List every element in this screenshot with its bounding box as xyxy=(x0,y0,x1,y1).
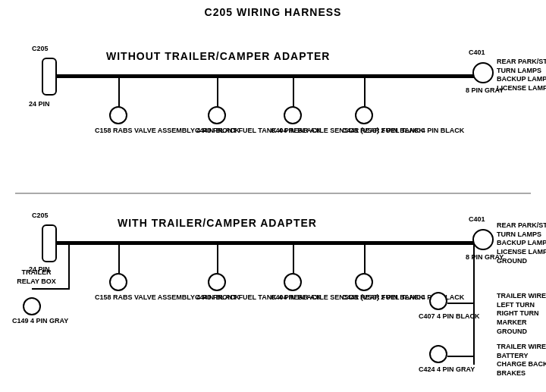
s2-c404-connector xyxy=(284,273,302,291)
s1-c401-connector xyxy=(472,62,494,83)
s1-c440-connector xyxy=(208,106,226,124)
page-title: C205 WIRING HARNESS xyxy=(0,0,546,18)
s2-c158-connector xyxy=(109,273,127,291)
s1-c441-label: C441 REAR FUEL TANK 4 PIN BLACK xyxy=(342,127,464,136)
s2-c149-connector xyxy=(23,297,41,315)
s2-c440-connector xyxy=(208,273,226,291)
s2-c205-label: C205 xyxy=(32,212,49,221)
s2-trailer-vline xyxy=(68,243,70,289)
s1-c158-vline xyxy=(118,77,120,107)
s2-trailer-label: TRAILER RELAY BOX xyxy=(14,268,59,286)
section1-label: WITHOUT TRAILER/CAMPER ADAPTER xyxy=(106,50,330,62)
s2-c424-desc: TRAILER WIRES BATTERY CHARGE BACKUP BRAK… xyxy=(497,343,546,378)
s2-c401-label: C401 xyxy=(469,215,485,224)
s1-c158-connector xyxy=(109,106,127,124)
s2-c149-label: C149 4 PIN GRAY xyxy=(12,317,68,326)
s2-c440-vline xyxy=(217,243,218,274)
s2-c441-vline xyxy=(364,243,366,274)
s2-c404-vline xyxy=(293,243,294,274)
s1-c205-connector xyxy=(42,58,57,96)
s2-c424-label: C424 4 PIN GRAY xyxy=(419,365,475,375)
s1-c404-connector xyxy=(284,106,302,124)
s1-c401-pin: 8 PIN GRAY xyxy=(466,86,504,96)
s1-c404-vline xyxy=(293,77,294,107)
s2-c401-desc: REAR PARK/STOP TURN LAMPS BACKUP LAMPS L… xyxy=(497,221,546,265)
s2-c407-desc: TRAILER WIRES LEFT TURN RIGHT TURN MARKE… xyxy=(497,292,546,336)
s1-c440-vline xyxy=(217,77,218,107)
s2-c424-connector xyxy=(429,345,447,363)
s2-c158-vline xyxy=(118,243,120,274)
section2-label: WITH TRAILER/CAMPER ADAPTER xyxy=(118,217,317,229)
s2-c401-pin: 8 PIN GRAY xyxy=(466,253,504,262)
s1-c205-pin: 24 PIN xyxy=(29,100,50,109)
s2-trailer-hline xyxy=(32,288,70,290)
s2-c424-hline xyxy=(447,356,475,357)
s2-c407-label: C407 4 PIN BLACK xyxy=(419,312,480,321)
s2-c407-hline xyxy=(447,303,475,304)
s2-c401-connector xyxy=(472,229,494,250)
s1-c401-label: C401 xyxy=(469,49,485,58)
s1-c205-label: C205 xyxy=(32,45,49,54)
s2-c205-connector xyxy=(42,224,57,262)
s2-c441-connector xyxy=(355,273,373,291)
s2-c407-connector xyxy=(429,292,447,310)
s1-c401-desc: REAR PARK/STOP TURN LAMPS BACKUP LAMPS L… xyxy=(497,58,546,93)
s1-c441-connector xyxy=(355,106,373,124)
section-divider xyxy=(15,193,531,194)
s2-right-vline xyxy=(473,243,475,365)
wiring-diagram: WITHOUT TRAILER/CAMPER ADAPTER C205 24 P… xyxy=(0,18,546,390)
s1-c441-vline xyxy=(364,77,366,107)
